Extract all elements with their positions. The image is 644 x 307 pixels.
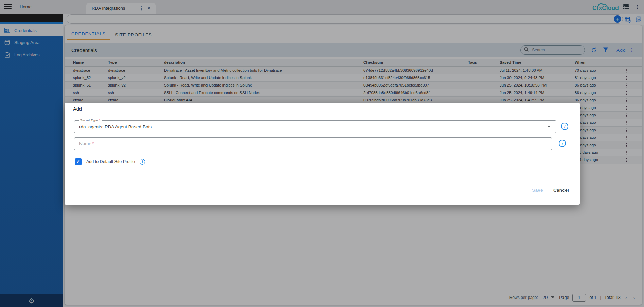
secret-type-select[interactable]: Secret Type* rda_agents: RDA Agent Based… <box>74 120 556 133</box>
name-field[interactable]: Name* <box>74 137 552 150</box>
secret-type-value: rda_agents: RDA Agent Based Bots <box>74 124 547 129</box>
save-button[interactable]: Save <box>532 188 543 193</box>
default-site-profile-row: ✓ Add to Default Site Profile i <box>75 158 145 165</box>
secret-type-label: Secret Type* <box>79 118 102 122</box>
secret-type-info-icon[interactable]: i <box>561 123 568 130</box>
chevron-down-icon[interactable] <box>547 126 551 128</box>
add-dialog: Add Secret Type* rda_agents: RDA Agent B… <box>65 103 580 205</box>
checkbox-info-icon[interactable]: i <box>140 159 145 165</box>
name-info-icon[interactable]: i <box>559 140 566 147</box>
name-placeholder: Name* <box>74 141 552 146</box>
cancel-button[interactable]: Cancel <box>553 188 569 193</box>
app-window: Home RDA Integrations ⋮ ✕ CfxCloud ⋮ <box>0 0 644 307</box>
checkbox-label: Add to Default Site Profile <box>86 159 135 164</box>
default-site-profile-checkbox[interactable]: ✓ <box>75 158 82 165</box>
dialog-title: Add <box>73 106 82 112</box>
dialog-actions: Save Cancel <box>532 188 569 193</box>
